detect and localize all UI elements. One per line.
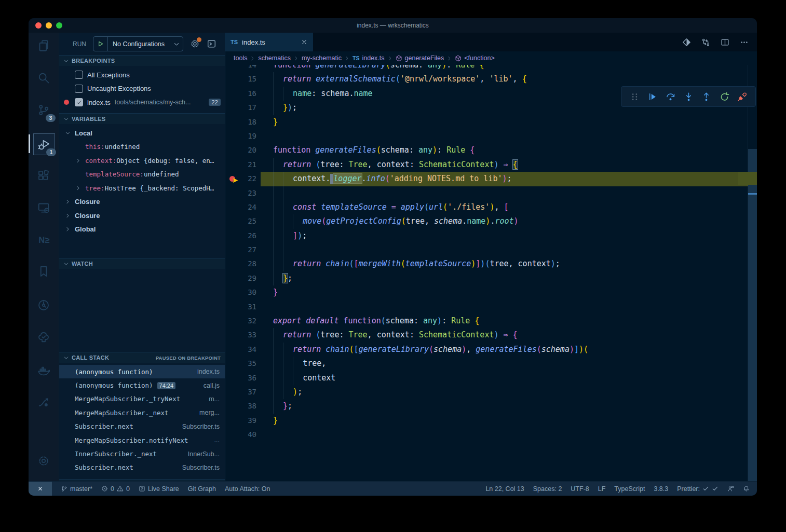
zoom-window-button[interactable] bbox=[56, 22, 62, 29]
line-number[interactable]: 38 bbox=[225, 399, 256, 413]
call-stack-frame[interactable]: MergeMapSubscriber._nextmerg... bbox=[59, 406, 225, 419]
line-number[interactable]: 32 bbox=[225, 314, 256, 328]
code-line[interactable]: 33return (tree: Tree, context: Schematic… bbox=[225, 328, 757, 342]
line-number[interactable]: 27 bbox=[225, 243, 256, 257]
code-line[interactable]: 19 bbox=[225, 129, 757, 143]
breakpoint-row[interactable]: All Exceptions bbox=[59, 68, 225, 82]
code-line[interactable]: 35tree, bbox=[225, 357, 757, 371]
status-language[interactable]: TypeScript bbox=[614, 485, 645, 493]
activity-item-test-explorer[interactable] bbox=[33, 327, 54, 348]
breakpoint-checkbox[interactable] bbox=[75, 71, 83, 79]
status-feedback[interactable] bbox=[727, 485, 734, 492]
drag-handle-button[interactable] bbox=[630, 92, 640, 102]
breakpoint-row[interactable]: index.tstools/schematics/my-sch...22 bbox=[59, 96, 225, 110]
line-number[interactable]: 34 bbox=[225, 343, 256, 357]
code-line[interactable]: ➤22context.logger.info('adding NOTES.md … bbox=[225, 172, 757, 186]
compare-changes-button[interactable] bbox=[701, 38, 710, 47]
tab-index-ts[interactable]: TS index.ts bbox=[225, 33, 313, 51]
activity-item-bookmarks[interactable] bbox=[33, 261, 54, 282]
line-number[interactable]: 24 bbox=[225, 200, 256, 214]
code-line[interactable]: 39} bbox=[225, 414, 757, 428]
split-editor-button[interactable] bbox=[721, 38, 729, 47]
status-problems[interactable]: 00 bbox=[101, 485, 130, 493]
line-number[interactable]: 29 bbox=[225, 271, 256, 285]
line-number[interactable]: 36 bbox=[225, 371, 256, 385]
line-number[interactable]: 16 bbox=[225, 87, 256, 101]
disconnect-button[interactable] bbox=[737, 92, 747, 102]
line-number[interactable]: 35 bbox=[225, 357, 256, 371]
variables-scope-row[interactable]: Global bbox=[59, 223, 225, 237]
variables-scope-row[interactable]: Local bbox=[59, 126, 225, 140]
breakpoint-checkbox[interactable] bbox=[75, 85, 83, 93]
line-number[interactable]: 30 bbox=[225, 285, 256, 299]
code-line[interactable]: 30} bbox=[225, 285, 757, 299]
activity-item-search[interactable] bbox=[33, 67, 54, 88]
status-remote-indicator[interactable] bbox=[29, 482, 52, 496]
section-header-watch[interactable]: WATCH bbox=[59, 258, 225, 269]
line-number[interactable]: 19 bbox=[225, 129, 256, 143]
breadcrumb-item[interactable]: <function> bbox=[455, 54, 494, 62]
line-number[interactable]: 26 bbox=[225, 229, 256, 243]
line-number[interactable]: 15 bbox=[225, 72, 256, 86]
activity-item-git-history[interactable] bbox=[33, 295, 54, 316]
variables-scope-row[interactable]: Closure bbox=[59, 209, 225, 223]
editor-scrollbar[interactable] bbox=[748, 65, 757, 481]
minimize-window-button[interactable] bbox=[46, 22, 52, 29]
activity-item-gitlens[interactable] bbox=[33, 392, 54, 413]
breadcrumb-item[interactable]: tools bbox=[234, 54, 247, 62]
status-eol[interactable]: LF bbox=[598, 485, 606, 493]
code-line[interactable]: 37); bbox=[225, 385, 757, 399]
activity-item-run-and-debug[interactable]: 1 bbox=[33, 133, 55, 155]
status-encoding[interactable]: UTF-8 bbox=[571, 485, 589, 493]
code-line[interactable]: 36context bbox=[225, 371, 757, 385]
code-line[interactable]: 23 bbox=[225, 186, 757, 200]
variable-row[interactable]: this: undefined bbox=[59, 140, 225, 154]
status-auto-attach[interactable]: Auto Attach: On bbox=[225, 485, 270, 493]
status-cursor-position[interactable]: Ln 22, Col 13 bbox=[485, 485, 524, 493]
step-out-button[interactable] bbox=[701, 92, 711, 102]
code-line[interactable]: 25move(getProjectConfig(tree, schema.nam… bbox=[225, 214, 757, 228]
breadcrumb-item[interactable]: generateFiles bbox=[396, 54, 444, 62]
code-line[interactable]: 14function generateLibrary(schema: any):… bbox=[225, 65, 757, 72]
line-number[interactable]: 14 bbox=[225, 65, 256, 72]
line-number[interactable]: 20 bbox=[225, 143, 256, 157]
code-line[interactable]: 15return externalSchematic('@nrwl/worksp… bbox=[225, 72, 757, 86]
line-number[interactable]: 37 bbox=[225, 385, 256, 399]
code-line[interactable]: 31 bbox=[225, 300, 757, 314]
line-number[interactable]: 21 bbox=[225, 158, 256, 172]
call-stack-frame[interactable]: (anonymous function)74:24call.js bbox=[59, 378, 225, 392]
status-indentation[interactable]: Spaces: 2 bbox=[533, 485, 562, 493]
call-stack-frame[interactable]: MergeMapSubscriber.notifyNext... bbox=[59, 433, 225, 447]
activity-item-remote-explorer[interactable] bbox=[33, 197, 54, 218]
status-notifications[interactable] bbox=[743, 485, 750, 492]
activity-item-source-control[interactable]: 3 bbox=[33, 100, 54, 120]
line-number[interactable]: 39 bbox=[225, 414, 256, 428]
line-number[interactable]: 23 bbox=[225, 186, 256, 200]
close-icon[interactable] bbox=[301, 38, 308, 46]
code-line[interactable]: 28return chain([mergeWith(templateSource… bbox=[225, 257, 757, 271]
line-number[interactable]: 17 bbox=[225, 101, 256, 115]
step-over-button[interactable] bbox=[666, 92, 675, 102]
call-stack-frame[interactable]: (anonymous function)index.ts bbox=[59, 365, 225, 378]
continue-button[interactable] bbox=[647, 92, 657, 102]
code-line[interactable]: 40 bbox=[225, 428, 757, 442]
line-number[interactable]: 40 bbox=[225, 428, 256, 442]
code-editor[interactable]: 14function generateLibrary(schema: any):… bbox=[225, 65, 757, 481]
section-header-breakpoints[interactable]: BREAKPOINTS bbox=[59, 55, 225, 66]
status-ts-version[interactable]: 3.8.3 bbox=[654, 485, 668, 493]
configure-gear-button[interactable] bbox=[190, 39, 200, 49]
code-line[interactable]: 29}; bbox=[225, 271, 757, 285]
breakpoint-checkbox[interactable] bbox=[75, 98, 83, 106]
code-line[interactable]: 38}; bbox=[225, 399, 757, 413]
code-line[interactable]: 26]); bbox=[225, 229, 757, 243]
open-changes-button[interactable] bbox=[682, 38, 691, 47]
variable-row[interactable]: tree: HostTree {_backend: ScopedH… bbox=[59, 181, 225, 195]
line-number[interactable]: 31 bbox=[225, 300, 256, 314]
activity-item-nx-console[interactable]: N≥ bbox=[33, 229, 54, 250]
scrollbar-slider[interactable] bbox=[748, 149, 757, 481]
breadcrumb-item[interactable]: schematics bbox=[258, 54, 291, 62]
breadcrumb-item[interactable]: my-schematic bbox=[302, 54, 342, 62]
line-number[interactable]: 28 bbox=[225, 257, 256, 271]
status-prettier[interactable]: Prettier: bbox=[677, 485, 719, 493]
activity-item-explorer[interactable] bbox=[33, 35, 54, 56]
